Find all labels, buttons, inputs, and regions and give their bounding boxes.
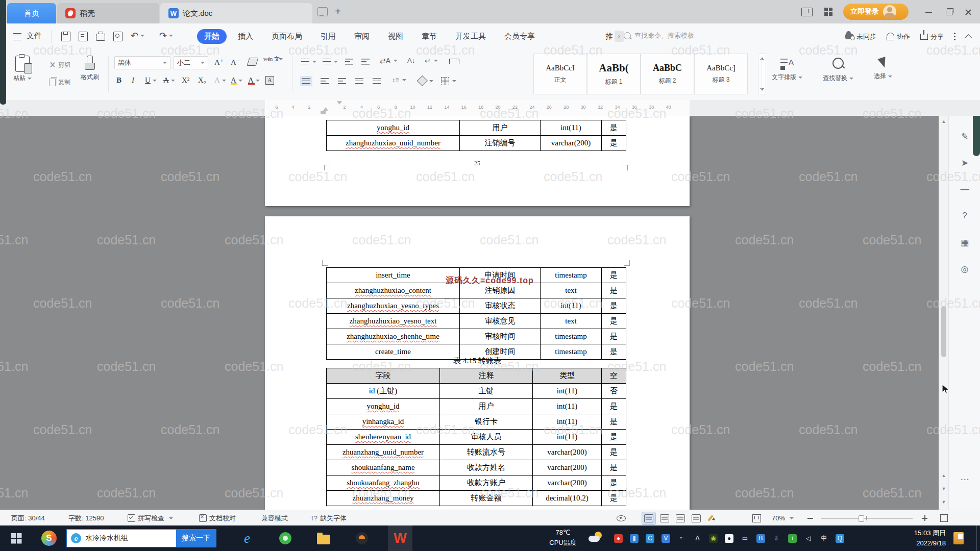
location-icon[interactable]: ◎ bbox=[959, 263, 971, 275]
read-mode-button[interactable] bbox=[674, 512, 687, 524]
screen-edge-handle[interactable] bbox=[0, 0, 6, 105]
menu-tab[interactable]: 视图 bbox=[381, 29, 410, 44]
taskbar-clock[interactable]: 15:03 周日 2022/9/18 bbox=[886, 528, 946, 548]
cell-comment[interactable]: 审核人员 bbox=[440, 430, 533, 445]
cell-comment[interactable]: 用户 bbox=[460, 120, 541, 136]
minimize-button[interactable] bbox=[922, 7, 935, 17]
clear-format-button[interactable] bbox=[248, 58, 257, 66]
taskbar-search-button[interactable]: 搜索一下 bbox=[176, 530, 216, 547]
undo-button[interactable]: ↶ bbox=[131, 30, 144, 41]
cell-nullable[interactable]: 是 bbox=[602, 329, 626, 344]
cell-nullable[interactable]: 是 bbox=[602, 460, 626, 475]
cell-nullable[interactable]: 是 bbox=[602, 120, 626, 136]
cell-type[interactable]: text bbox=[541, 283, 602, 298]
sort-button[interactable]: A↓ bbox=[407, 57, 415, 64]
cell-nullable[interactable]: 是 bbox=[602, 491, 626, 506]
menu-tab[interactable]: 插入 bbox=[231, 29, 260, 44]
menu-tab[interactable]: 页面布局 bbox=[264, 29, 309, 44]
print-button[interactable] bbox=[95, 30, 106, 42]
sogou-input-icon[interactable]: S bbox=[37, 525, 61, 551]
app-center-icon[interactable] bbox=[821, 0, 836, 23]
prev-page-icon[interactable]: ▲ bbox=[941, 473, 946, 478]
shrink-font-button[interactable]: A⁻ bbox=[231, 58, 240, 67]
cell-nullable[interactable]: 是 bbox=[602, 430, 626, 445]
document-page-26[interactable]: insert_time 申请时间 timestamp 是 zhanghuzhux… bbox=[265, 216, 690, 510]
share-button[interactable]: 分享 bbox=[920, 32, 944, 41]
cell-comment[interactable]: 收款方账户 bbox=[440, 475, 533, 491]
copy-button[interactable]: 复制 bbox=[49, 78, 70, 87]
cell-field[interactable]: insert_time bbox=[327, 268, 460, 283]
tab-docer[interactable]: 稻壳 bbox=[57, 3, 159, 23]
cell-type[interactable]: varchar(200) bbox=[533, 475, 602, 491]
cell-nullable[interactable]: 是 bbox=[602, 298, 626, 314]
align-center-button[interactable] bbox=[321, 78, 329, 84]
cell-type[interactable]: varchar(200) bbox=[533, 445, 602, 460]
new-tab-button[interactable]: + bbox=[333, 6, 343, 16]
chevron-down-icon[interactable] bbox=[169, 35, 173, 37]
italic-button[interactable]: I bbox=[132, 76, 134, 85]
tray-usb-icon[interactable]: ▮ bbox=[630, 534, 639, 543]
menu-tab[interactable]: 开始 bbox=[197, 29, 227, 44]
cell-comment[interactable]: 转账金额 bbox=[440, 491, 533, 506]
tab-document[interactable]: W 论文.doc bbox=[160, 3, 312, 23]
taskbar-search-box[interactable]: e 水冷冷水机组 搜索一下 bbox=[66, 529, 216, 547]
format-painter-button[interactable]: 格式刷 bbox=[81, 56, 99, 82]
font-color-button[interactable]: A bbox=[248, 76, 260, 85]
cell-type[interactable]: text bbox=[541, 314, 602, 329]
scroll-down-icon[interactable]: ▼ bbox=[941, 499, 946, 505]
tray-qq-icon[interactable]: ● bbox=[725, 534, 733, 543]
menu-more[interactable]: 推 › bbox=[605, 31, 624, 42]
skin-switch-icon[interactable] bbox=[799, 0, 815, 23]
cell-type[interactable]: int(11) bbox=[533, 430, 602, 445]
show-desktop-button[interactable] bbox=[976, 525, 980, 551]
header-type[interactable]: 类型 bbox=[533, 368, 602, 384]
scrollbar-thumb[interactable] bbox=[941, 306, 946, 357]
cell-nullable[interactable]: 是 bbox=[602, 475, 626, 491]
image-tool-icon[interactable]: ▦ bbox=[959, 236, 971, 248]
cell-field[interactable]: zhanghuzhuxiao_yesno_text bbox=[327, 314, 460, 329]
char-shading-button[interactable]: A bbox=[265, 76, 274, 85]
cell-field[interactable]: zhanghuzhuxiao_yesno_types bbox=[327, 298, 460, 314]
print-preview-button[interactable] bbox=[112, 30, 124, 42]
outline-view-button[interactable] bbox=[658, 512, 671, 524]
missing-font-button[interactable]: T? 缺失字体 bbox=[310, 510, 347, 526]
grow-font-button[interactable]: A⁺ bbox=[214, 58, 224, 67]
style-card[interactable]: AaBbCc] 标题 3 bbox=[694, 54, 748, 94]
tray-shield-icon[interactable]: V bbox=[662, 534, 670, 543]
export-button[interactable] bbox=[78, 30, 89, 42]
cell-nullable[interactable]: 是 bbox=[602, 283, 626, 298]
save-button[interactable] bbox=[60, 30, 71, 42]
superscript-button[interactable]: X² bbox=[182, 76, 189, 85]
proofread-button[interactable]: 文档校对 bbox=[199, 510, 236, 526]
db-table-zhuanzhang[interactable]: 字段 注释 类型 空 id (主键) 主键 int(11) 否 bbox=[326, 368, 626, 506]
menu-tab[interactable]: 引用 bbox=[313, 29, 343, 44]
maximize-button[interactable] bbox=[942, 7, 955, 17]
first-line-indent-marker[interactable] bbox=[337, 101, 342, 105]
typeset-button[interactable]: 文字排版 bbox=[772, 58, 802, 82]
style-card[interactable]: AaBbC 标题 2 bbox=[641, 54, 694, 94]
scroll-up-icon[interactable]: ▲ bbox=[941, 119, 946, 124]
distribute-button[interactable] bbox=[373, 78, 381, 84]
taskbar-360-browser-icon[interactable] bbox=[273, 525, 298, 551]
cell-comment[interactable]: 转账流水号 bbox=[440, 445, 533, 460]
cell-nullable[interactable]: 否 bbox=[602, 384, 626, 399]
tray-red-app-icon[interactable]: ● bbox=[614, 534, 623, 543]
cell-type[interactable]: int(11) bbox=[533, 399, 602, 414]
paste-button[interactable]: 粘贴 bbox=[13, 56, 32, 83]
redo-button[interactable]: ↷ bbox=[159, 30, 173, 41]
scroll-up-icon[interactable] bbox=[760, 57, 764, 60]
cell-nullable[interactable]: 是 bbox=[602, 268, 626, 283]
tray-ime-icon[interactable]: 中 bbox=[820, 534, 828, 543]
bullet-list-button[interactable] bbox=[301, 59, 316, 65]
menu-tab[interactable]: 开发工具 bbox=[448, 29, 493, 44]
subscript-button[interactable]: X₂ bbox=[198, 76, 206, 85]
menu-tab[interactable]: 会员专享 bbox=[497, 29, 542, 44]
cell-comment[interactable]: 银行卡 bbox=[440, 414, 533, 430]
word-count[interactable]: 字数: 12590 bbox=[68, 510, 104, 526]
cell-comment[interactable]: 收款方姓名 bbox=[440, 460, 533, 475]
tab-stop-button[interactable] bbox=[449, 59, 459, 64]
taskbar-search-input[interactable]: 水冷冷水机组 bbox=[85, 534, 176, 543]
spell-check-toggle[interactable]: 拼写检查 bbox=[128, 510, 173, 526]
tray-health-icon[interactable]: + bbox=[788, 534, 797, 543]
hamburger-icon[interactable] bbox=[13, 33, 21, 40]
